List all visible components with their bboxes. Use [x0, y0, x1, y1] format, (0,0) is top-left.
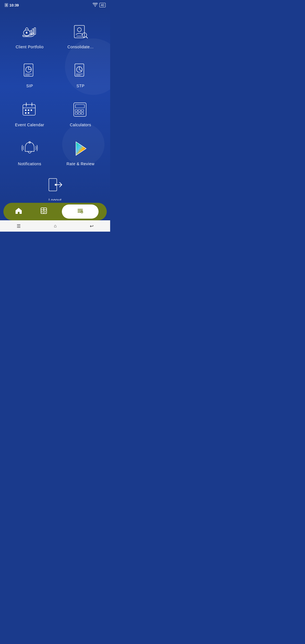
android-menu-btn[interactable]: ☰: [17, 223, 21, 229]
svg-point-38: [55, 184, 56, 186]
android-back-btn[interactable]: ↩: [90, 223, 93, 229]
logout-icon: [45, 175, 65, 195]
svg-rect-3: [32, 29, 34, 34]
status-time: 10:39: [9, 3, 19, 7]
sip-label: SIP: [26, 84, 33, 88]
svg-point-6: [77, 28, 81, 32]
android-nav-bar: ☰ ⌂ ↩: [0, 220, 110, 232]
menu-item-sip[interactable]: SIP: [6, 58, 54, 91]
bottom-nav: [3, 203, 107, 220]
svg-rect-32: [75, 112, 77, 114]
svg-point-24: [31, 110, 32, 111]
carrier-icon: X: [5, 3, 8, 7]
svg-line-8: [86, 36, 88, 38]
logout-row: Logout: [6, 172, 104, 201]
menu-nav-icon: [77, 207, 84, 216]
event-calendar-label: Event Calendar: [15, 123, 44, 127]
menu-item-event-calendar[interactable]: Event Calendar: [6, 97, 54, 130]
menu-item-logout[interactable]: Logout: [42, 172, 68, 201]
client-portfolio-label: Client Portfolio: [16, 45, 43, 49]
sip-icon: [19, 60, 40, 81]
svg-rect-33: [78, 112, 80, 114]
logout-label: Logout: [49, 198, 62, 201]
status-left: X 10:39: [5, 3, 19, 7]
svg-rect-10: [24, 64, 33, 76]
svg-point-25: [25, 112, 26, 114]
svg-point-49: [81, 211, 83, 213]
android-home-btn[interactable]: ⌂: [54, 223, 57, 229]
svg-text:$: $: [26, 31, 27, 34]
nav-home-button[interactable]: [12, 204, 26, 219]
notifications-label: Notifications: [18, 162, 42, 166]
svg-point-26: [28, 112, 29, 114]
bg-decoration-2: [62, 123, 104, 166]
svg-rect-34: [81, 112, 84, 114]
calculators-icon: [70, 99, 91, 120]
svg-rect-28: [75, 105, 84, 108]
status-bar: X 10:39 40: [0, 0, 110, 10]
status-right: 40: [93, 3, 106, 8]
menu-item-notifications[interactable]: Notifications: [6, 136, 54, 169]
svg-rect-4: [34, 28, 36, 34]
portfolio-icon: $: [19, 21, 40, 42]
nav-calculator-button[interactable]: [37, 204, 51, 219]
svg-rect-30: [78, 110, 80, 112]
svg-point-22: [25, 110, 26, 111]
calculator-nav-icon: [40, 207, 47, 216]
svg-rect-31: [81, 110, 84, 112]
event-calendar-icon: [19, 99, 40, 120]
battery-indicator: 40: [99, 3, 106, 7]
wifi-icon: [93, 3, 98, 8]
nav-menu-button[interactable]: [62, 204, 99, 219]
main-content: $ Client Portfolio: [0, 10, 110, 201]
svg-rect-29: [75, 110, 77, 112]
svg-point-23: [28, 110, 29, 111]
home-nav-icon: [15, 207, 22, 216]
menu-item-client-portfolio[interactable]: $ Client Portfolio: [6, 19, 54, 52]
notifications-icon: [19, 138, 40, 159]
